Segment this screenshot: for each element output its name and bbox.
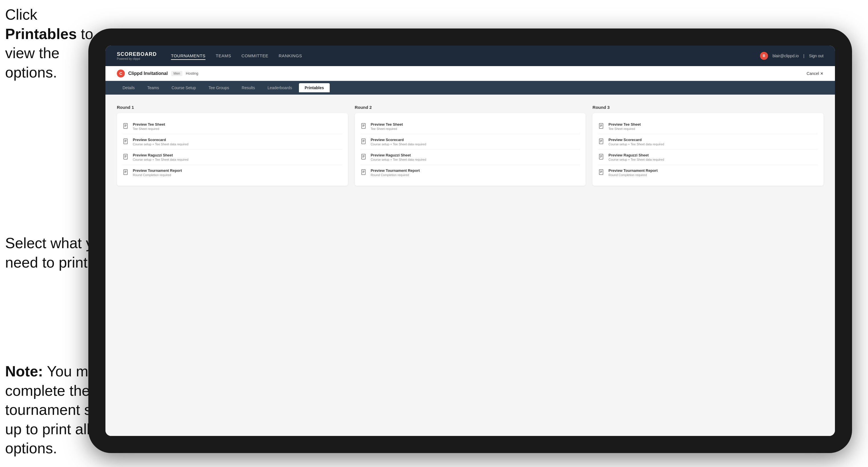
round-3-title: Round 3 xyxy=(592,105,824,110)
round-2-card: Preview Tee Sheet Tee Sheet required Pre… xyxy=(355,113,586,186)
round-1-title: Round 1 xyxy=(117,105,348,110)
document-icon xyxy=(361,123,367,130)
nav-teams[interactable]: TEAMS xyxy=(216,52,231,60)
tab-tee-groups[interactable]: Tee Groups xyxy=(203,83,235,92)
svg-rect-16 xyxy=(124,169,127,175)
svg-rect-48 xyxy=(599,169,603,175)
document-icon xyxy=(123,123,129,130)
tab-results[interactable]: Results xyxy=(236,83,261,92)
svg-rect-8 xyxy=(124,139,127,144)
tournament-title: C Clippd Invitational Men Hosting xyxy=(117,69,198,77)
round-2-raguzzi[interactable]: Preview Raguzzi Sheet Course setup + Tee… xyxy=(361,150,580,165)
header-right: B blair@clippd.io | Sign out xyxy=(760,52,824,60)
document-icon xyxy=(123,169,129,176)
round-1-tournament-report[interactable]: Preview Tournament Report Round Completi… xyxy=(123,165,342,180)
document-icon xyxy=(123,154,129,160)
svg-rect-28 xyxy=(362,154,365,159)
svg-rect-4 xyxy=(124,123,127,128)
document-icon xyxy=(361,138,367,145)
round-2-title: Round 2 xyxy=(355,105,586,110)
instruction-top: Click Printables to view the options. xyxy=(5,5,96,82)
document-icon xyxy=(598,138,605,145)
document-icon xyxy=(598,169,605,176)
document-icon xyxy=(361,154,367,160)
round-1-scorecard[interactable]: Preview Scorecard Course setup + Tee She… xyxy=(123,134,342,150)
sign-out-separator: | xyxy=(803,54,804,58)
document-icon xyxy=(361,169,367,176)
round-1-tee-sheet[interactable]: Preview Tee Sheet Tee Sheet required xyxy=(123,119,342,134)
tournament-badge: Men xyxy=(171,71,182,76)
svg-rect-24 xyxy=(362,139,365,144)
main-content: Round 1 Preview Tee Sheet Tee Sheet requ… xyxy=(105,95,835,436)
tab-nav: Details Teams Course Setup Tee Groups Re… xyxy=(105,81,835,95)
svg-rect-44 xyxy=(599,154,603,159)
tab-details[interactable]: Details xyxy=(117,83,141,92)
tablet-screen: SCOREBOARD Powered by clippd TOURNAMENTS… xyxy=(105,45,835,436)
round-3-card: Preview Tee Sheet Tee Sheet required Pre… xyxy=(592,113,824,186)
tournament-status: Hosting xyxy=(186,71,198,75)
round-2-section: Round 2 Preview Tee Sheet Tee Sheet requ… xyxy=(355,105,586,186)
nav-tournaments[interactable]: TOURNAMENTS xyxy=(171,52,206,60)
sign-out-link[interactable]: Sign out xyxy=(809,54,824,58)
svg-rect-36 xyxy=(599,123,603,128)
main-nav: TOURNAMENTS TEAMS COMMITTEE RANKINGS xyxy=(171,52,760,60)
nav-committee[interactable]: COMMITTEE xyxy=(241,52,269,60)
tab-teams[interactable]: Teams xyxy=(142,83,165,92)
app-title: SCOREBOARD xyxy=(117,51,157,57)
tournament-logo: C xyxy=(117,69,125,77)
document-icon xyxy=(123,138,129,145)
round-2-scorecard[interactable]: Preview Scorecard Course setup + Tee She… xyxy=(361,134,580,150)
document-icon xyxy=(598,154,605,160)
rounds-grid: Round 1 Preview Tee Sheet Tee Sheet requ… xyxy=(117,105,824,186)
svg-rect-32 xyxy=(362,169,365,175)
svg-rect-20 xyxy=(362,123,365,128)
round-3-scorecard[interactable]: Preview Scorecard Course setup + Tee She… xyxy=(598,134,818,150)
tournament-name: Clippd Invitational xyxy=(128,71,168,76)
tab-course-setup[interactable]: Course Setup xyxy=(166,83,202,92)
round-2-tee-sheet[interactable]: Preview Tee Sheet Tee Sheet required xyxy=(361,119,580,134)
round-3-raguzzi[interactable]: Preview Raguzzi Sheet Course setup + Tee… xyxy=(598,150,818,165)
round-1-card: Preview Tee Sheet Tee Sheet required Pre… xyxy=(117,113,348,186)
round-1-section: Round 1 Preview Tee Sheet Tee Sheet requ… xyxy=(117,105,348,186)
svg-rect-12 xyxy=(124,154,127,159)
nav-rankings[interactable]: RANKINGS xyxy=(279,52,302,60)
user-avatar: B xyxy=(760,52,768,60)
round-3-tournament-report[interactable]: Preview Tournament Report Round Completi… xyxy=(598,165,818,180)
round-2-tournament-report[interactable]: Preview Tournament Report Round Completi… xyxy=(361,165,580,180)
app-header: SCOREBOARD Powered by clippd TOURNAMENTS… xyxy=(105,45,835,66)
svg-rect-40 xyxy=(599,139,603,144)
tab-printables[interactable]: Printables xyxy=(299,83,330,92)
document-icon xyxy=(598,123,605,130)
round-1-raguzzi[interactable]: Preview Raguzzi Sheet Course setup + Tee… xyxy=(123,150,342,165)
sub-header: C Clippd Invitational Men Hosting Cancel… xyxy=(105,66,835,81)
tablet-frame: SCOREBOARD Powered by clippd TOURNAMENTS… xyxy=(88,29,852,453)
user-email: blair@clippd.io xyxy=(773,54,799,58)
round-3-tee-sheet[interactable]: Preview Tee Sheet Tee Sheet required xyxy=(598,119,818,134)
round-3-section: Round 3 Preview Tee Sheet Tee Sheet requ… xyxy=(592,105,824,186)
cancel-button[interactable]: Cancel ✕ xyxy=(807,71,824,76)
tab-leaderboards[interactable]: Leaderboards xyxy=(262,83,298,92)
app-subtitle: Powered by clippd xyxy=(117,57,157,60)
app-logo: SCOREBOARD Powered by clippd xyxy=(117,51,157,60)
